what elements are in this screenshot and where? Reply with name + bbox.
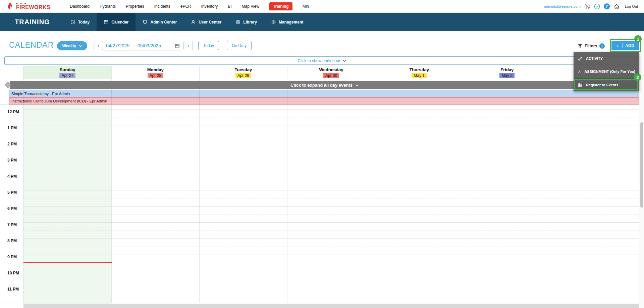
menu-item-label: ACTIVITY — [586, 56, 603, 60]
module-title: TRAINING — [0, 18, 63, 26]
time-label: 10 PM — [7, 271, 19, 275]
tab-label: User Center — [199, 20, 221, 25]
today-button[interactable]: Today — [198, 41, 219, 50]
time-label: 3 PM — [7, 158, 17, 163]
tab-calendar[interactable]: Calendar — [97, 13, 136, 31]
time-label: 1 PM — [7, 126, 17, 130]
day-header-sunday: Sunday Apr 27 — [23, 66, 111, 79]
tab-label: Admin Center — [150, 20, 177, 25]
annotation-step2-badge: 2 — [634, 74, 641, 81]
day-name: Wednesday — [287, 67, 375, 72]
gear-icon — [271, 19, 276, 25]
day-name: Tuesday — [199, 67, 287, 72]
add-button[interactable]: + ADD — [611, 41, 639, 50]
tab-today[interactable]: Today — [63, 13, 97, 31]
help-icon[interactable]: ? — [604, 3, 610, 9]
day-date-badge: Apr 27 — [59, 73, 75, 78]
day-header-row: Sunday Apr 27 Monday Apr 28 Tuesday Apr … — [23, 66, 639, 79]
brand-flame-icon — [6, 2, 14, 11]
date-range-end: 05/03/2025 — [138, 43, 161, 48]
day-date-badge: Apr 28 — [148, 73, 163, 78]
grid-icon — [578, 82, 583, 87]
date-range-input[interactable]: 04/27/2025 – 05/03/2025 — [105, 41, 180, 50]
add-dropdown-menu: ACTIVITY ASSIGNMENT (Only For You) Regis… — [574, 52, 639, 91]
expand-all-day-events-label: Click to expand all day events — [290, 83, 353, 88]
annotation-step1-badge: 1 — [634, 35, 642, 43]
add-button-label: ADD — [625, 43, 635, 48]
filters-button[interactable]: Filters 1 — [578, 42, 605, 50]
topbar-right-cluster: admintst@eprsys.com ? Log Out — [544, 3, 638, 9]
view-select-label: Weekly — [62, 44, 76, 48]
brand-logo[interactable]: E P R FIREWORKS — [6, 2, 50, 11]
next-week-button[interactable]: › — [183, 41, 193, 50]
tab-label: Management — [279, 20, 303, 25]
brand-logo-text: FIREWORKS — [16, 5, 50, 10]
menu-item-label: ASSIGNMENT (Only For You) — [584, 70, 635, 74]
tab-user-center[interactable]: User Center — [184, 13, 228, 31]
all-day-event[interactable]: Simple Thoracostomy - Epr Admin — [9, 90, 639, 97]
day-header-friday: Friday May 2 — [463, 66, 551, 79]
main-nav: Dashboard Hydrants Properties Incidents … — [70, 2, 309, 10]
view-select-weekly[interactable]: Weekly — [57, 41, 87, 50]
chevron-down-icon — [79, 45, 82, 47]
nav-item-properties[interactable]: Properties — [126, 4, 144, 9]
time-label: 8 PM — [7, 238, 17, 243]
tab-management[interactable]: Management — [264, 13, 310, 31]
filters-label: Filters — [585, 44, 597, 48]
nav-item-epcr[interactable]: ePCR — [180, 4, 191, 9]
nav-item-training-active[interactable]: Training — [269, 2, 292, 10]
user-icon — [191, 19, 196, 25]
day-name: Monday — [111, 67, 199, 72]
nav-item-incidents[interactable]: Incidents — [154, 4, 170, 9]
prev-week-button[interactable]: ‹ — [94, 41, 103, 50]
show-early-hour-bar[interactable]: Click to show early hour — [4, 56, 639, 65]
check-circle-icon[interactable] — [594, 3, 600, 9]
on-duty-button[interactable]: On Duty — [227, 41, 252, 50]
day-date-badge: May 1 — [412, 73, 427, 78]
chevron-down-icon — [355, 84, 359, 86]
user-email[interactable]: admintst@eprsys.com — [544, 4, 581, 8]
time-label: 12 PM — [7, 109, 19, 114]
tab-library[interactable]: Library — [228, 13, 264, 31]
nav-item-hydrants[interactable]: Hydrants — [100, 4, 116, 9]
time-label: 6 PM — [7, 206, 17, 211]
day-name: Friday — [463, 67, 551, 72]
day-date-badge: May 2 — [499, 73, 515, 78]
time-label: 5 PM — [7, 190, 17, 195]
horizontal-scrollbar-track[interactable] — [23, 304, 639, 308]
all-day-event[interactable]: Instructional Curriculum Development (IC… — [9, 97, 639, 104]
day-name: Thursday — [375, 67, 463, 72]
tab-admin-center[interactable]: Admin Center — [136, 13, 184, 31]
nav-item-mih[interactable]: Mih — [303, 4, 309, 9]
date-range-start: 04/27/2025 — [106, 43, 129, 48]
allday-drag-handle[interactable] — [5, 82, 11, 88]
layers-icon — [235, 19, 240, 25]
filters-count-badge: 1 — [599, 43, 605, 49]
current-time-indicator — [23, 262, 112, 263]
training-module-bar: TRAINING Today Calendar Admin Center Use… — [0, 13, 644, 31]
home-icon[interactable] — [613, 3, 620, 9]
tab-label: Today — [78, 20, 90, 25]
logout-button[interactable]: Log Out — [625, 4, 638, 8]
calendar-icon — [104, 19, 109, 25]
nav-item-bi[interactable]: BI — [228, 4, 231, 9]
show-early-hour-label: Click to show early hour — [298, 58, 340, 63]
datepicker-icon[interactable] — [175, 43, 180, 48]
menu-item-register-to-events[interactable]: Register to Events — [574, 78, 639, 91]
top-navigation-bar: E P R FIREWORKS Dashboard Hydrants Prope… — [0, 0, 644, 13]
expand-all-day-events-bar[interactable]: Click to expand all day events — [10, 81, 639, 89]
day-header-wednesday: Wednesday Apr 30 — [287, 66, 375, 79]
calendar-grid[interactable] — [23, 109, 639, 303]
menu-item-assignment[interactable]: ASSIGNMENT (Only For You) — [574, 65, 639, 78]
menu-item-activity[interactable]: ACTIVITY — [574, 52, 639, 65]
vertical-scrollbar-thumb[interactable] — [640, 122, 643, 208]
nav-item-mapview[interactable]: Map View — [241, 4, 259, 9]
grid-top-divider — [0, 104, 639, 105]
nav-item-dashboard[interactable]: Dashboard — [70, 4, 90, 9]
add-button-divider — [622, 43, 623, 48]
nav-item-inventory[interactable]: Inventory — [201, 4, 218, 9]
day-date-badge: Apr 30 — [323, 73, 339, 78]
time-label: 9 PM — [7, 255, 17, 259]
avatar-icon[interactable] — [584, 3, 590, 9]
day-header-monday: Monday Apr 28 — [111, 66, 199, 79]
